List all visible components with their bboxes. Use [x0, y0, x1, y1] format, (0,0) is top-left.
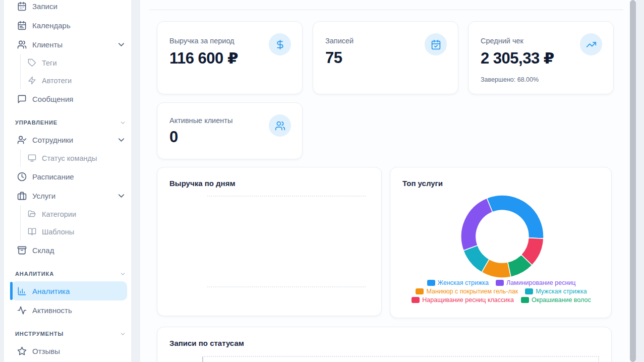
- stat-card-0: Выручка за период116 600 ₽: [157, 21, 303, 94]
- sidebar-section-label: ИНСТРУМЕНТЫ: [15, 331, 64, 337]
- sidebar-item-label: Активность: [32, 306, 72, 315]
- legend-label: Ламинирование ресниц: [506, 279, 575, 286]
- folder-open-icon: [28, 210, 36, 218]
- sidebar-item-label: Теги: [42, 59, 57, 67]
- legend-item[interactable]: Наращивание ресниц классика: [412, 296, 514, 304]
- sidebar-item-10[interactable]: Услуги: [4, 186, 131, 205]
- gridline: [207, 286, 366, 287]
- sidebar-item-9[interactable]: Расписание: [4, 167, 131, 186]
- sidebar-item-18[interactable]: Отзывы: [4, 341, 131, 360]
- stat-card-1: Записей75: [313, 21, 458, 94]
- chevron-down-icon: [116, 40, 126, 49]
- sidebar-item-label: Категории: [42, 210, 76, 218]
- sidebar-section-label: УПРАВЛЕНИЕ: [15, 119, 57, 126]
- calendar-days-icon: [17, 21, 27, 30]
- sidebar-item-label: Клиенты: [32, 40, 63, 49]
- legend-label: Наращивание ресниц классика: [422, 296, 514, 304]
- sidebar-item-label: Услуги: [32, 192, 55, 200]
- stat-label: Выручка за период: [169, 37, 235, 45]
- chevron-down-icon: [120, 119, 126, 126]
- legend-label: Маникюр с покрытием гель-лак: [426, 288, 518, 295]
- sidebar-item-5[interactable]: Сообщения: [4, 89, 131, 108]
- legend-item[interactable]: Окрашивание волос: [521, 296, 591, 304]
- monitor-icon: [28, 154, 36, 162]
- donut-slice[interactable]: [487, 195, 544, 238]
- sidebar-item-4[interactable]: Автотеги: [4, 72, 131, 89]
- legend-item[interactable]: Мужская стрижка: [525, 288, 587, 295]
- vertical-scrollbar[interactable]: [630, 0, 636, 362]
- sidebar-item-label: Автотеги: [42, 77, 72, 85]
- sidebar: ЗаписиКалендарьКлиентыТегиАвтотегиСообще…: [4, 0, 131, 362]
- sidebar-section-14[interactable]: АНАЛИТИКА: [4, 266, 131, 281]
- stat-card-2: Средний чек2 305,33 ₽Завершено: 68.00%: [468, 21, 614, 94]
- top-services-title: Топ услуги: [402, 179, 443, 188]
- legend-label: Женская стрижка: [438, 279, 489, 286]
- donut-slice[interactable]: [461, 198, 493, 251]
- stat-value: 75: [325, 49, 342, 67]
- tag-icon: [28, 58, 36, 67]
- top-services-donut-chart[interactable]: [457, 191, 548, 282]
- legend-swatch: [427, 280, 435, 286]
- sidebar-item-label: Отзывы: [32, 347, 60, 355]
- sidebar-item-0[interactable]: Записи: [4, 0, 131, 16]
- stat-icon-badge: [269, 114, 291, 137]
- sidebar-item-label: Аналитика: [32, 287, 70, 295]
- y-axis-line: [202, 356, 203, 362]
- chevron-down-icon: [120, 331, 126, 337]
- sidebar-item-13[interactable]: Склад: [4, 240, 131, 260]
- briefcase-icon: [17, 191, 27, 201]
- stat-label: Средний чек: [481, 37, 523, 45]
- sidebar-item-3[interactable]: Теги: [4, 54, 131, 72]
- stat-value: 0: [169, 128, 178, 146]
- sidebar-section-6[interactable]: УПРАВЛЕНИЕ: [4, 115, 131, 130]
- stat-card-3: Активные клиенты0: [157, 102, 303, 159]
- sidebar-item-label: Склад: [32, 246, 54, 255]
- main-content: Выручка за период116 600 ₽Записей75Средн…: [140, 0, 636, 362]
- chevron-down-icon: [116, 191, 126, 201]
- activity-icon: [17, 306, 27, 315]
- dollar-icon: [275, 39, 285, 50]
- legend-swatch: [412, 297, 420, 303]
- legend-label: Мужская стрижка: [536, 288, 587, 295]
- donut-legend: Женская стрижкаЛаминирование ресницМаник…: [400, 279, 602, 304]
- sidebar-item-label: Шаблоны: [42, 228, 74, 236]
- sidebar-item-12[interactable]: Шаблоны: [4, 223, 131, 240]
- sidebar-section-label: АНАЛИТИКА: [15, 271, 54, 277]
- header-divider: [149, 10, 623, 10]
- zap-icon: [28, 76, 36, 85]
- chevron-down-icon: [120, 271, 126, 277]
- sidebar-item-label: Записи: [32, 2, 57, 11]
- legend-swatch: [525, 288, 533, 294]
- legend-swatch: [521, 297, 529, 303]
- clock-icon: [17, 172, 27, 182]
- calendar-icon: [17, 2, 27, 11]
- legend-item[interactable]: Женская стрижка: [427, 279, 489, 286]
- users-icon: [17, 40, 27, 49]
- bar-chart-icon: [17, 286, 27, 296]
- legend-item[interactable]: Маникюр с покрытием гель-лак: [416, 288, 518, 295]
- legend-item[interactable]: Ламинирование ресниц: [496, 279, 575, 286]
- sidebar-item-2[interactable]: Клиенты: [4, 35, 131, 54]
- legend-label: Окрашивание волос: [532, 296, 591, 304]
- sidebar-item-15[interactable]: Аналитика: [11, 281, 127, 300]
- revenue-by-day-card: Выручка по дням: [157, 167, 382, 316]
- trending-up-icon: [586, 39, 597, 50]
- revenue-by-day-title: Выручка по дням: [169, 179, 236, 188]
- sidebar-item-label: Календарь: [32, 21, 71, 30]
- sidebar-item-11[interactable]: Категории: [4, 205, 131, 223]
- sidebar-item-7[interactable]: Сотрудники: [4, 130, 131, 149]
- archive-icon: [17, 246, 27, 255]
- sidebar-item-8[interactable]: Статус команды: [4, 149, 131, 167]
- sidebar-section-17[interactable]: ИНСТРУМЕНТЫ: [4, 326, 131, 341]
- stat-label: Записей: [325, 37, 354, 45]
- sidebar-item-16[interactable]: Активность: [4, 300, 131, 320]
- sidebar-item-label: Сотрудники: [32, 136, 73, 144]
- stat-icon-badge: [269, 33, 291, 55]
- sidebar-item-label: Сообщения: [32, 95, 73, 103]
- sidebar-item-label: Статус команды: [42, 154, 97, 162]
- stat-icon-badge: [580, 33, 602, 55]
- legend-swatch: [496, 280, 504, 286]
- stat-label: Активные клиенты: [169, 116, 232, 125]
- sidebar-item-1[interactable]: Календарь: [4, 16, 131, 35]
- star-icon: [17, 346, 27, 356]
